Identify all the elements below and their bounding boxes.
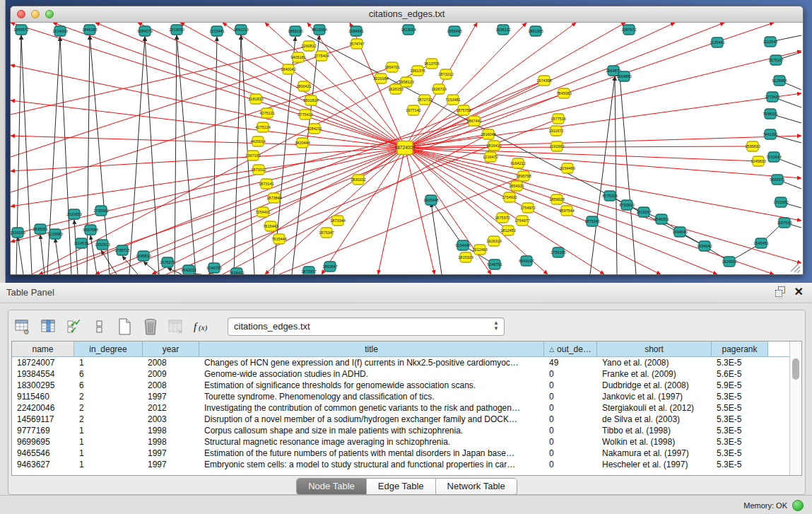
- hub-citation-edge[interactable]: [208, 148, 405, 274]
- citation-edge[interactable]: [177, 35, 196, 274]
- table-row[interactable]: 1872400712008Changes of HCN gene express…: [12, 357, 789, 368]
- citation-edge[interactable]: [21, 35, 32, 274]
- table-settings-button[interactable]: ⚙: [14, 317, 33, 336]
- table-row[interactable]: 946362711997Embryonic stem cells: a mode…: [12, 459, 789, 470]
- table-cell[interactable]: Investigating the contribution of common…: [199, 402, 544, 414]
- table-cell[interactable]: 9115460: [12, 391, 74, 402]
- citation-edge[interactable]: [234, 35, 241, 274]
- table-scrollbar-thumb[interactable]: [792, 358, 799, 380]
- table-cell[interactable]: Nakamura et al. (1997): [597, 448, 712, 459]
- hub-citation-edge[interactable]: [322, 148, 405, 274]
- table-cell[interactable]: Changes of HCN gene expression and I(f) …: [199, 357, 544, 368]
- table-cell[interactable]: 0: [544, 459, 597, 470]
- table-cell[interactable]: Estimation of the future numbers of pati…: [199, 448, 544, 459]
- table-cell[interactable]: 49: [544, 357, 597, 368]
- hub-citation-edge[interactable]: [378, 148, 405, 274]
- hub-citation-edge[interactable]: [405, 81, 544, 148]
- citation-edge[interactable]: [18, 237, 23, 274]
- table-cell[interactable]: 5.3E-5: [712, 448, 768, 459]
- network-window-titlebar[interactable]: citations_edges.txt: [11, 6, 803, 23]
- hub-citation-edge[interactable]: [405, 51, 801, 148]
- table-cell[interactable]: Stergiakouli et al. (2012): [597, 402, 712, 414]
- table-row[interactable]: 2242004622012Investigating the contribut…: [12, 402, 789, 414]
- table-cell[interactable]: 2003: [143, 414, 199, 425]
- table-cell[interactable]: 0: [544, 402, 597, 414]
- unselect-all-button[interactable]: [90, 317, 109, 336]
- table-cell[interactable]: 9777169: [12, 425, 74, 436]
- column-header-indegree[interactable]: in_degree: [74, 341, 143, 356]
- table-cell[interactable]: 5.5E-5: [712, 402, 768, 414]
- column-header-name[interactable]: name: [12, 341, 74, 356]
- network-view[interactable]: 1955572161400918461859384579201903012154…: [11, 23, 801, 274]
- hub-citation-edge[interactable]: [11, 136, 405, 148]
- table-cell[interactable]: 18300295: [12, 380, 74, 391]
- table-cell[interactable]: Estimation of significance thresholds fo…: [199, 380, 544, 391]
- tab-node-table[interactable]: Node Table: [297, 479, 367, 494]
- table-cell[interactable]: Franke et al. (2009): [597, 368, 712, 380]
- hub-citation-edge[interactable]: [405, 148, 435, 274]
- hub-citation-edge[interactable]: [405, 148, 801, 178]
- citation-edge[interactable]: [60, 37, 71, 274]
- table-cell[interactable]: 0: [544, 391, 597, 402]
- citation-edge[interactable]: [431, 203, 442, 274]
- resize-grip-icon[interactable]: [797, 270, 800, 273]
- table-cell[interactable]: Wolkin et al. (1998): [597, 436, 712, 448]
- hub-citation-edge[interactable]: [265, 23, 405, 148]
- table-cell[interactable]: 1998: [143, 425, 199, 436]
- citation-edge-red[interactable]: [11, 67, 392, 192]
- table-cell[interactable]: 0: [544, 436, 597, 448]
- function-builder-button[interactable]: f (x): [192, 317, 211, 336]
- table-cell[interactable]: 5.3E-5: [712, 414, 768, 425]
- table-row[interactable]: 1938455462009Genome-wide association stu…: [12, 368, 789, 380]
- table-cell[interactable]: 1997: [143, 459, 199, 470]
- table-cell[interactable]: 2012: [143, 402, 199, 414]
- table-cell[interactable]: Structural magnetic resonance image aver…: [199, 436, 544, 448]
- table-cell[interactable]: 9699695: [12, 436, 74, 448]
- table-cell[interactable]: 1: [74, 448, 143, 459]
- table-cell[interactable]: 1: [74, 357, 143, 368]
- table-cell[interactable]: 1997: [143, 391, 199, 402]
- table-row[interactable]: 946554611997Estimation of the future num…: [12, 448, 789, 459]
- citation-edge[interactable]: [143, 262, 159, 274]
- table-cell[interactable]: de Silva et al. (2003): [597, 414, 712, 425]
- hub-citation-edge[interactable]: [180, 23, 405, 148]
- table-cell[interactable]: 2: [74, 391, 143, 402]
- table-cell[interactable]: 0: [544, 425, 597, 436]
- table-cell[interactable]: 18724007: [12, 357, 74, 368]
- citation-edge[interactable]: [590, 76, 615, 274]
- table-cell[interactable]: 5.3E-5: [712, 391, 768, 402]
- table-cell[interactable]: 9465546: [12, 448, 74, 459]
- table-cell[interactable]: Corpus callosum shape and size in male p…: [199, 425, 544, 436]
- table-cell[interactable]: 14569117: [12, 414, 74, 425]
- table-cell[interactable]: 5.6E-5: [712, 368, 768, 380]
- table-cell[interactable]: 0: [544, 380, 597, 391]
- table-cell[interactable]: Disruption of a novel member of a sodium…: [199, 414, 544, 425]
- table-cell[interactable]: 6: [74, 380, 143, 391]
- table-cell[interactable]: 1998: [143, 436, 199, 448]
- table-row[interactable]: 977716911998Corpus callosum shape and si…: [12, 425, 789, 436]
- hub-citation-edge[interactable]: [405, 23, 724, 148]
- column-header-title[interactable]: title: [199, 341, 544, 356]
- hub-citation-edge[interactable]: [11, 148, 405, 242]
- citation-edge[interactable]: [615, 76, 617, 274]
- table-cell[interactable]: 5.3E-5: [712, 459, 768, 470]
- hub-citation-edge[interactable]: [405, 148, 491, 274]
- hub-citation-edge[interactable]: [11, 148, 405, 171]
- table-cell[interactable]: 5.3E-5: [712, 357, 768, 368]
- new-table-button[interactable]: [116, 317, 134, 336]
- table-row[interactable]: 1830029562008Estimation of significance …: [12, 380, 789, 391]
- table-cell[interactable]: Tibbo et al. (1998): [597, 425, 712, 436]
- table-cell[interactable]: Yano et al. (2008): [597, 357, 712, 368]
- citation-edge-red[interactable]: [11, 46, 309, 115]
- table-row[interactable]: 911546021997Tourette syndrome. Phenomeno…: [12, 391, 789, 402]
- table-cell[interactable]: Dudbridge et al. (2008): [597, 380, 712, 391]
- citation-edge[interactable]: [87, 35, 90, 274]
- column-header-outde[interactable]: △out_de…: [544, 341, 597, 356]
- memory-indicator[interactable]: [792, 500, 804, 511]
- column-header-year[interactable]: year: [143, 341, 199, 356]
- hub-citation-edge[interactable]: [405, 146, 753, 148]
- table-cell[interactable]: 1: [74, 436, 143, 448]
- citation-edge[interactable]: [145, 37, 159, 274]
- hub-citation-edge[interactable]: [405, 148, 801, 221]
- table-cell[interactable]: 2008: [143, 357, 199, 368]
